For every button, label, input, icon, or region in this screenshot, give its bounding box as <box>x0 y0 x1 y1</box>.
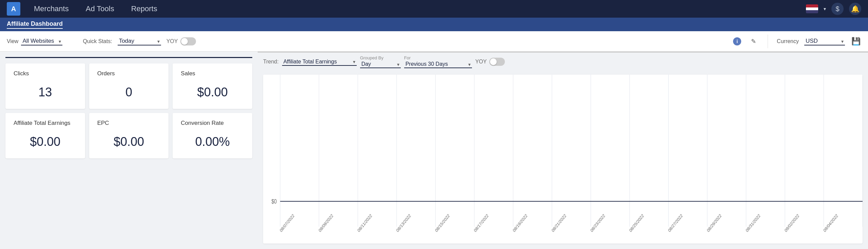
left-panel: Clicks 13 Orders 0 Sales $0.00 Affiliate… <box>0 52 258 249</box>
trend-controls: Trend: Affiliate Total Earnings ▾ Groupe… <box>263 52 863 72</box>
right-divider <box>258 52 868 53</box>
nav-reports[interactable]: Reports <box>128 2 161 15</box>
stat-card-epc: EPC $0.00 <box>89 113 169 158</box>
controls-right: i ✎ Currency USD EUR GBP ▾ 💾 <box>732 35 861 48</box>
stat-label-sales: Sales <box>181 70 244 77</box>
bell-icon[interactable]: 🔔 <box>849 3 861 15</box>
sub-nav: Affiliate Dashboard <box>0 18 868 31</box>
info-button[interactable]: i <box>732 36 743 47</box>
trend-label: Trend: <box>263 59 279 65</box>
currency-select-wrapper: USD EUR GBP ▾ <box>804 37 845 45</box>
yoy-label: YOY <box>166 38 178 44</box>
nav-ad-tools[interactable]: Ad Tools <box>82 2 118 15</box>
affiliate-dashboard-title: Affiliate Dashboard <box>7 20 63 29</box>
nav-merchants[interactable]: Merchants <box>31 2 72 15</box>
divider <box>768 35 768 48</box>
period-select-wrapper: Today Yesterday Last 7 Days Last 30 Days… <box>118 37 161 45</box>
trend-chart-svg: $0 08/07/2022 08/09/2022 08/11/2022 08/1… <box>263 75 863 244</box>
currency-label: Currency <box>777 38 799 44</box>
stat-value-clicks: 13 <box>14 82 77 102</box>
trend-metric-wrapper: Affiliate Total Earnings ▾ <box>282 58 357 66</box>
view-control-group: View All Websites ▾ <box>7 37 62 45</box>
stat-value-conversion: 0.00% <box>181 132 244 152</box>
quick-stats-label: Quick Stats: <box>83 38 112 44</box>
trend-yoy-toggle[interactable] <box>489 58 505 66</box>
svg-text:$0: $0 <box>272 198 277 205</box>
save-button[interactable]: 💾 <box>850 36 861 47</box>
logo[interactable]: A <box>7 2 20 16</box>
yoy-toggle-group: YOY <box>166 37 196 45</box>
top-nav: A Merchants Ad Tools Reports ▾ $ 🔔 <box>0 0 868 18</box>
stats-grid: Clicks 13 Orders 0 Sales $0.00 Affiliate… <box>5 63 252 158</box>
stat-label-epc: EPC <box>97 120 161 127</box>
trend-yoy-toggle-knob <box>490 58 497 65</box>
stat-card-clicks: Clicks 13 <box>5 63 85 109</box>
trend-chart-container: $0 08/07/2022 08/09/2022 08/11/2022 08/1… <box>263 75 863 244</box>
period-select[interactable]: Today Yesterday Last 7 Days Last 30 Days <box>118 37 161 45</box>
stat-card-sales: Sales $0.00 <box>173 63 252 109</box>
stat-card-earnings: Affiliate Total Earnings $0.00 <box>5 113 85 158</box>
grouped-by-label: Grouped By <box>360 55 401 60</box>
trend-yoy-label: YOY <box>475 59 487 65</box>
stat-card-orders: Orders 0 <box>89 63 169 109</box>
stat-label-conversion: Conversion Rate <box>181 120 244 127</box>
for-select[interactable]: Previous 30 Days Previous 7 Days This Mo… <box>404 60 472 68</box>
currency-select[interactable]: USD EUR GBP <box>804 37 845 45</box>
edit-button[interactable]: ✎ <box>748 36 759 47</box>
view-select-wrapper: All Websites ▾ <box>21 37 62 45</box>
trend-yoy-toggle-group: YOY <box>475 58 505 66</box>
view-label: View <box>7 38 18 44</box>
nav-right: ▾ $ 🔔 <box>806 3 861 15</box>
main-content: Clicks 13 Orders 0 Sales $0.00 Affiliate… <box>0 52 868 249</box>
flag-icon <box>806 4 818 13</box>
left-divider <box>5 57 252 58</box>
for-select-wrapper: Previous 30 Days Previous 7 Days This Mo… <box>404 60 472 68</box>
grouped-by-select[interactable]: Day Week Month <box>360 60 401 68</box>
dollar-icon[interactable]: $ <box>831 3 844 15</box>
stat-label-earnings: Affiliate Total Earnings <box>14 120 77 127</box>
stat-value-orders: 0 <box>97 82 161 102</box>
grouped-by-wrapper: Grouped By Day Week Month ▾ <box>360 55 401 68</box>
right-panel: Trend: Affiliate Total Earnings ▾ Groupe… <box>258 52 868 249</box>
stat-card-conversion: Conversion Rate 0.00% <box>173 113 252 158</box>
flag-dropdown-arrow[interactable]: ▾ <box>824 6 826 12</box>
controls-bar: View All Websites ▾ Quick Stats: Today Y… <box>0 31 868 52</box>
svg-rect-1 <box>280 75 863 227</box>
yoy-toggle[interactable] <box>180 37 196 45</box>
stat-value-earnings: $0.00 <box>14 132 77 152</box>
yoy-toggle-knob <box>181 38 188 45</box>
info-icon: i <box>733 37 741 45</box>
svg-rect-0 <box>263 75 280 244</box>
stat-value-sales: $0.00 <box>181 82 244 102</box>
stat-value-epc: $0.00 <box>97 132 161 152</box>
for-wrapper: For Previous 30 Days Previous 7 Days Thi… <box>404 55 472 68</box>
view-select[interactable]: All Websites <box>21 37 62 45</box>
trend-metric-select[interactable]: Affiliate Total Earnings <box>282 58 357 66</box>
stat-label-clicks: Clicks <box>14 70 77 77</box>
stat-label-orders: Orders <box>97 70 161 77</box>
quick-stats-group: Quick Stats: Today Yesterday Last 7 Days… <box>83 37 196 45</box>
for-label: For <box>404 55 472 60</box>
grouped-by-select-wrapper: Day Week Month ▾ <box>360 60 401 68</box>
